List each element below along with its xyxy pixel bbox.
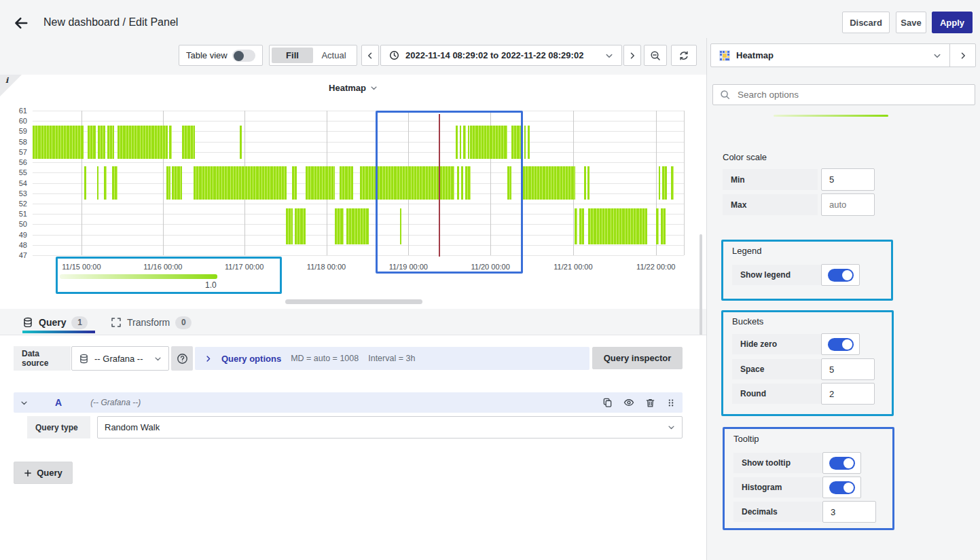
- arrow-left-icon: [14, 16, 29, 31]
- y-axis-label: 50: [5, 220, 27, 228]
- x-axis-label: 11/16 00:00: [132, 263, 194, 271]
- hide-query-eye-icon[interactable]: [623, 397, 634, 408]
- search-icon: [720, 90, 730, 100]
- time-shift-back-button[interactable]: [361, 45, 379, 66]
- heatmap-cell-segment: [107, 126, 114, 159]
- time-range-picker[interactable]: 2022-11-14 08:29:02 to 2022-11-22 08:29:…: [380, 45, 622, 66]
- options-search-input[interactable]: [736, 89, 968, 100]
- heatmap-cell-segment: [172, 166, 181, 200]
- active-tab-underline: [22, 331, 95, 333]
- heatmap-cell-segment: [659, 166, 661, 200]
- color-scale-min-label: Min: [723, 169, 818, 190]
- y-axis-label: 49: [5, 231, 27, 239]
- transform-icon: [111, 317, 122, 328]
- color-scale-min-input[interactable]: [821, 168, 875, 191]
- heatmap-cell-segment: [194, 166, 287, 200]
- query-row-datasource: (-- Grafana --): [90, 398, 141, 407]
- show-tooltip-label: Show tooltip: [733, 453, 822, 473]
- heatmap-cell-segment: [457, 166, 459, 200]
- apply-button[interactable]: Apply: [932, 12, 973, 33]
- query-editor: Data source -- Grafana -- Query options …: [0, 335, 706, 560]
- legend-heading: Legend: [732, 246, 761, 256]
- decimals-input[interactable]: [822, 501, 876, 523]
- annotation-vertical-line: [439, 114, 440, 257]
- options-pane: Color scale Min Max Legend Show legend B…: [706, 38, 980, 560]
- panel-title: Heatmap: [329, 83, 366, 93]
- heatmap-cell-segment: [169, 126, 172, 159]
- duplicate-query-icon[interactable]: [602, 398, 613, 408]
- color-scale-max-input[interactable]: [821, 193, 875, 216]
- tab-query-label: Query: [39, 317, 66, 328]
- x-axis-label: 11/22 00:00: [625, 263, 687, 271]
- show-tooltip-toggle[interactable]: [822, 452, 861, 474]
- tooltip-heading: Tooltip: [733, 434, 759, 444]
- query-inspector-button[interactable]: Query inspector: [592, 347, 683, 369]
- heatmap-cell-segment: [584, 166, 586, 200]
- table-view-toggle[interactable]: [232, 50, 255, 62]
- x-axis-label: 11/18 00:00: [296, 263, 357, 271]
- tab-query[interactable]: Query 1: [22, 314, 88, 331]
- decimals-label: Decimals: [733, 502, 822, 522]
- clock-icon: [389, 50, 399, 60]
- refresh-button[interactable]: [671, 45, 697, 66]
- heatmap-cell-segment: [112, 166, 117, 200]
- y-axis-label: 61: [5, 107, 27, 115]
- y-grid-line: [33, 193, 684, 194]
- panel-title-menu[interactable]: Heatmap: [292, 83, 414, 93]
- heatmap-cell-segment: [306, 166, 335, 200]
- heatmap-cell-segment: [292, 166, 297, 200]
- show-legend-toggle[interactable]: [821, 264, 860, 286]
- actual-option[interactable]: Actual: [313, 48, 355, 63]
- panel-info-corner[interactable]: [0, 75, 22, 96]
- histogram-label: Histogram: [733, 477, 822, 498]
- heatmap-cell-segment: [400, 208, 401, 244]
- fill-option[interactable]: Fill: [272, 48, 313, 63]
- heatmap-cell-segment: [656, 208, 659, 244]
- hide-zero-label: Hide zero: [732, 334, 821, 354]
- heatmap-cell-segment: [98, 126, 106, 159]
- table-view-control[interactable]: Table view: [179, 45, 263, 66]
- page-title: New dashboard / Edit Panel: [43, 16, 178, 29]
- horizontal-scrollbar[interactable]: [285, 299, 422, 304]
- add-query-button[interactable]: Query: [14, 462, 73, 484]
- time-range-text: 2022-11-14 08:29:02 to 2022-11-22 08:29:…: [405, 50, 583, 60]
- zoom-out-icon: [650, 50, 661, 61]
- color-scale-heading: Color scale: [723, 152, 767, 162]
- heatmap-cell-segment: [524, 126, 526, 159]
- heatmap-cell-segment: [166, 166, 171, 200]
- buckets-heading: Buckets: [732, 316, 763, 326]
- y-axis-label: 52: [5, 200, 27, 208]
- discard-button[interactable]: Discard: [842, 12, 890, 33]
- y-axis-label: 59: [5, 127, 27, 135]
- heatmap-cell-segment: [579, 208, 585, 244]
- heatmap-cell-segment: [335, 208, 344, 244]
- time-shift-forward-button[interactable]: [623, 45, 641, 66]
- query-type-select[interactable]: Random Walk: [97, 416, 683, 438]
- space-input[interactable]: [821, 358, 875, 380]
- datasource-select[interactable]: -- Grafana --: [71, 346, 169, 371]
- tab-transform[interactable]: Transform 0: [111, 314, 192, 331]
- query-options-bar[interactable]: Query options MD = auto = 1008 Interval …: [195, 347, 589, 370]
- hide-zero-toggle[interactable]: [821, 333, 860, 355]
- tab-query-count: 1: [71, 316, 88, 329]
- y-axis-label: 53: [5, 189, 27, 198]
- y-axis-label: 60: [5, 117, 27, 125]
- heatmap-plot[interactable]: [33, 111, 685, 255]
- y-axis-label: 51: [5, 210, 27, 218]
- query-row-header[interactable]: A (-- Grafana --): [14, 392, 683, 413]
- datasource-help-button[interactable]: [171, 346, 193, 371]
- question-circle-icon: [177, 353, 188, 365]
- zoom-out-button[interactable]: [644, 45, 667, 66]
- back-button[interactable]: [14, 12, 38, 34]
- save-button[interactable]: Save: [896, 12, 926, 33]
- heatmap-cell-segment: [662, 166, 667, 200]
- delete-query-trash-icon[interactable]: [645, 398, 655, 408]
- round-input[interactable]: [821, 383, 875, 405]
- heatmap-cell-segment: [587, 166, 589, 200]
- query-options-label: Query options: [221, 354, 281, 364]
- histogram-toggle[interactable]: [822, 477, 861, 498]
- chevron-down-icon: [668, 424, 675, 431]
- drag-handle-icon[interactable]: [666, 398, 676, 408]
- y-axis-label: 48: [5, 241, 27, 249]
- y-grid-line: [33, 245, 684, 246]
